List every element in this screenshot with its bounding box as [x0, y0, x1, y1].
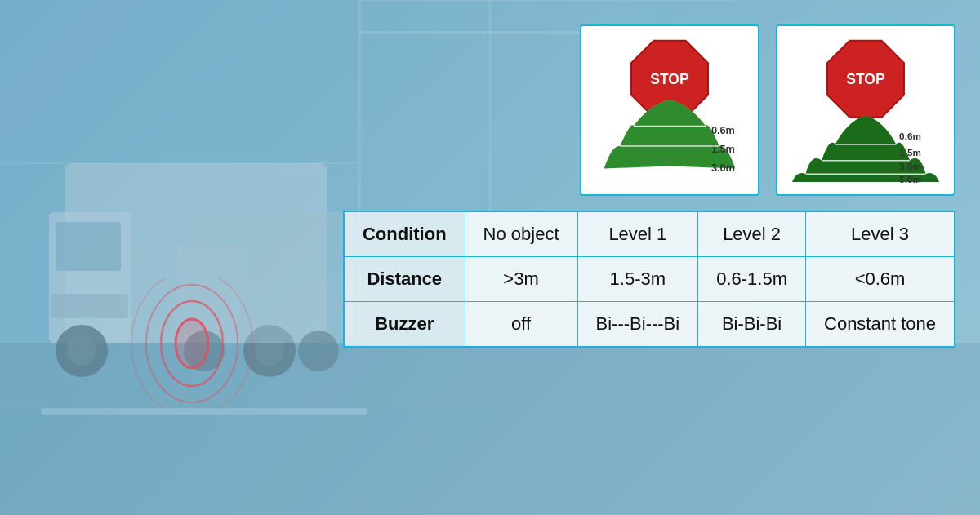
- radar-waves: [127, 278, 257, 409]
- svg-text:1.5m: 1.5m: [711, 143, 735, 155]
- svg-point-25: [176, 319, 208, 368]
- diagram-2: STOP 0.6m 1.5m 3.0m 5.0m: [776, 24, 956, 196]
- table-row-buzzer: Buzzer off Bi---Bi---Bi Bi-Bi-Bi Constan…: [344, 302, 955, 348]
- table-row-distance: Distance >3m 1.5-3m 0.6-1.5m <0.6m: [344, 257, 955, 302]
- distance-level3: <0.6m: [806, 257, 955, 302]
- svg-text:0.6m: 0.6m: [899, 131, 921, 141]
- svg-text:5.0m: 5.0m: [899, 174, 921, 184]
- svg-text:1.5m: 1.5m: [899, 147, 921, 158]
- data-table-container: Condition No object Level 1 Level 2 Leve…: [343, 211, 956, 348]
- label-distance: Distance: [344, 257, 465, 302]
- header-level3: Level 3: [806, 211, 955, 257]
- distance-level1: 1.5-3m: [577, 257, 698, 302]
- label-buzzer: Buzzer: [344, 302, 465, 348]
- table-header-row: Condition No object Level 1 Level 2 Leve…: [344, 211, 955, 257]
- buzzer-level3: Constant tone: [806, 302, 955, 348]
- svg-text:3.0m: 3.0m: [711, 162, 735, 174]
- svg-text:0.6m: 0.6m: [711, 124, 735, 136]
- diagram-1: STOP 0.6m 1.5m 3.0m: [580, 24, 760, 196]
- buzzer-level2: Bi-Bi-Bi: [698, 302, 806, 348]
- svg-text:3.0m: 3.0m: [899, 161, 921, 171]
- header-level1: Level 1: [577, 211, 698, 257]
- conditions-table: Condition No object Level 1 Level 2 Leve…: [343, 211, 956, 348]
- svg-text:STOP: STOP: [846, 71, 885, 87]
- distance-level2: 0.6-1.5m: [698, 257, 806, 302]
- buzzer-level1: Bi---Bi---Bi: [577, 302, 698, 348]
- diagram-2-svg: STOP 0.6m 1.5m 3.0m 5.0m: [786, 34, 946, 186]
- diagrams-row: STOP 0.6m 1.5m 3.0m: [580, 24, 956, 196]
- diagram-1-svg: STOP 0.6m 1.5m 3.0m: [590, 34, 750, 186]
- buzzer-no-object: off: [465, 302, 577, 348]
- distance-no-object: >3m: [465, 257, 577, 302]
- header-level2: Level 2: [698, 211, 806, 257]
- header-condition: Condition: [344, 211, 465, 257]
- header-no-object: No object: [465, 211, 577, 257]
- main-content: STOP 0.6m 1.5m 3.0m: [0, 0, 980, 515]
- svg-text:STOP: STOP: [650, 71, 689, 87]
